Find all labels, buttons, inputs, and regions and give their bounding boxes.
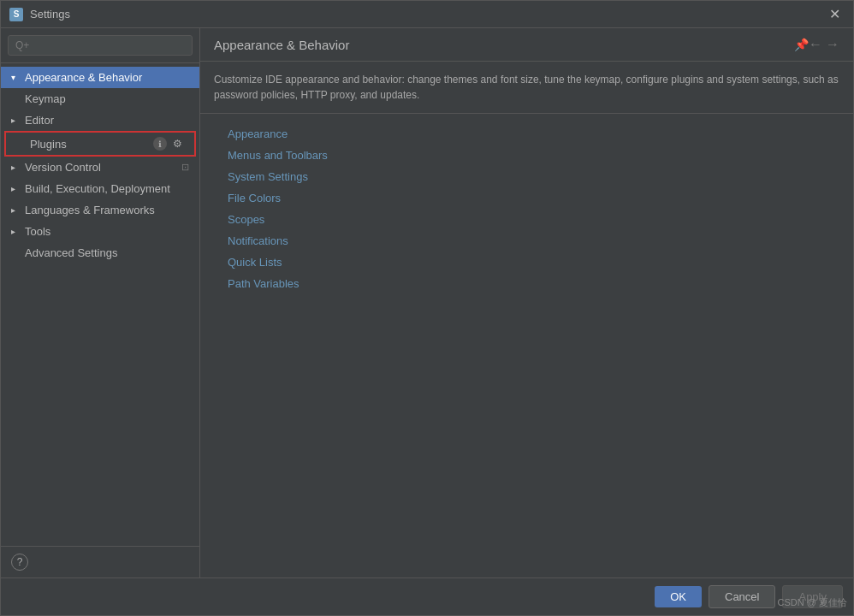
search-input[interactable] [8, 35, 193, 56]
title-bar: S Settings ✕ [1, 1, 853, 28]
panel-description: Customize IDE appearance and behavior: c… [200, 62, 853, 114]
apply-button[interactable]: Apply [782, 585, 843, 608]
sidebar-item-label: Tools [25, 225, 50, 238]
sidebar-item-label: Build, Execution, Deployment [25, 182, 170, 195]
sidebar-item-tools[interactable]: ▸ Tools [1, 221, 199, 242]
sidebar-item-editor[interactable]: ▸ Editor [1, 110, 199, 131]
main-content: ▾ Appearance & Behavior Keymap ▸ Editor … [1, 28, 853, 578]
panel-header: Appearance & Behavior 📌 ← → [200, 28, 853, 62]
close-button[interactable]: ✕ [824, 4, 845, 25]
sidebar-item-appearance-behavior[interactable]: ▾ Appearance & Behavior [1, 67, 199, 88]
panel-title: Appearance & Behavior [214, 38, 787, 52]
sidebar-item-label: Keymap [25, 92, 66, 105]
main-panel: Appearance & Behavior 📌 ← → Customize ID… [200, 28, 853, 578]
plugins-actions: ℹ ⚙ [153, 137, 184, 151]
link-menus-toolbars[interactable]: Menus and Toolbars [228, 149, 826, 162]
version-control-icon: ⊡ [181, 162, 189, 173]
panel-links: Appearance Menus and Toolbars System Set… [200, 114, 853, 304]
sidebar-item-build[interactable]: ▸ Build, Execution, Deployment [1, 178, 199, 199]
sidebar-item-keymap[interactable]: Keymap [1, 88, 199, 110]
link-quick-lists[interactable]: Quick Lists [228, 256, 826, 269]
sidebar-item-version-control[interactable]: ▸ Version Control ⊡ [1, 157, 199, 178]
sidebar-item-plugins[interactable]: Plugins ℹ ⚙ [4, 131, 196, 157]
expand-arrow-icon: ▸ [11, 184, 21, 193]
ok-button[interactable]: OK [655, 586, 702, 607]
expand-arrow-icon: ▸ [11, 205, 21, 215]
settings-icon[interactable]: ⚙ [170, 137, 184, 151]
pin-icon[interactable]: 📌 [794, 38, 809, 51]
expand-arrow-icon: ▸ [11, 163, 21, 172]
sidebar-item-label: Languages & Frameworks [25, 204, 155, 216]
link-scopes[interactable]: Scopes [228, 213, 826, 226]
expand-arrow-icon: ▾ [11, 73, 21, 82]
sidebar-item-label: Advanced Settings [25, 246, 117, 259]
link-file-colors[interactable]: File Colors [228, 192, 826, 204]
sidebar-footer: ? [1, 546, 199, 578]
link-system-settings[interactable]: System Settings [228, 170, 826, 183]
bottom-bar: OK Cancel Apply [1, 578, 853, 615]
forward-arrow-icon[interactable]: → [826, 37, 839, 52]
sidebar-item-label: Version Control [25, 161, 101, 174]
sidebar-item-label: Editor [25, 114, 54, 127]
link-path-variables[interactable]: Path Variables [228, 277, 826, 290]
sidebar-item-languages[interactable]: ▸ Languages & Frameworks [1, 199, 199, 221]
nav-arrows: ← → [809, 37, 839, 52]
settings-window: S Settings ✕ ▾ Appearance & Behavior Key… [0, 0, 854, 616]
window-title: Settings [30, 8, 824, 21]
sidebar-item-label: Plugins [30, 138, 153, 151]
help-button[interactable]: ? [11, 554, 28, 571]
link-appearance[interactable]: Appearance [228, 127, 826, 140]
back-arrow-icon[interactable]: ← [809, 37, 822, 52]
link-notifications[interactable]: Notifications [228, 234, 826, 247]
info-icon[interactable]: ℹ [153, 137, 167, 151]
expand-arrow-icon: ▸ [11, 116, 21, 125]
app-icon: S [9, 8, 23, 21]
search-box [1, 28, 199, 63]
cancel-button[interactable]: Cancel [709, 585, 775, 608]
sidebar-nav: ▾ Appearance & Behavior Keymap ▸ Editor … [1, 63, 199, 546]
sidebar-item-label: Appearance & Behavior [25, 71, 142, 84]
sidebar-item-advanced-settings[interactable]: Advanced Settings [1, 242, 199, 264]
expand-arrow-icon: ▸ [11, 227, 21, 236]
sidebar: ▾ Appearance & Behavior Keymap ▸ Editor … [1, 28, 200, 578]
